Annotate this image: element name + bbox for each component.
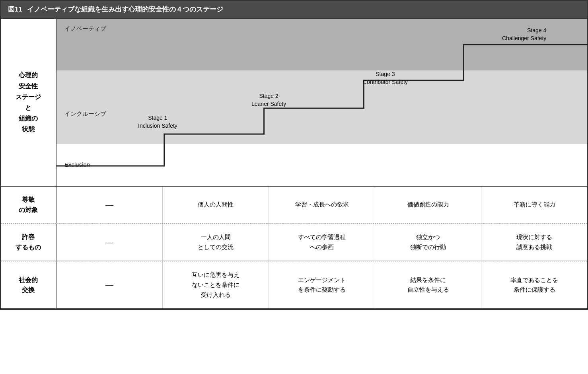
main-content: 心理的安全性ステージと組織の状態 イノベーティブ インクルーシブ Exclusi… xyxy=(1,18,587,309)
data-cell-respect-1: 個人の人間性 xyxy=(163,187,269,223)
data-cell-tolerance-3: 独立かつ独断での行動 xyxy=(375,224,481,261)
row-data-social: —互いに危害を与えないことを条件に受け入れるエンゲージメントを条件に奨励する結果… xyxy=(56,261,587,308)
data-cell-respect-0: — xyxy=(56,187,163,223)
data-cell-social-0: — xyxy=(56,261,163,308)
stair-chart: イノベーティブ インクルーシブ Exclusion Stage 1 Inclus… xyxy=(56,19,587,186)
data-cell-tolerance-4: 現状に対する誠意ある挑戦 xyxy=(481,224,587,261)
row-label-tolerance: 許容するもの xyxy=(1,224,56,261)
chart-title: イノベーティブな組織を生み出す心理的安全性の４つのステージ xyxy=(27,5,223,14)
row-label-social: 社会的交換 xyxy=(1,261,56,308)
data-cell-respect-4: 革新に導く能力 xyxy=(481,187,587,223)
chart-row: 心理的安全性ステージと組織の状態 イノベーティブ インクルーシブ Exclusi… xyxy=(1,19,587,187)
chart-area: イノベーティブ インクルーシブ Exclusion Stage 1 Inclus… xyxy=(56,19,587,186)
stage4-label: Stage 4 Challenger Safety xyxy=(502,27,546,42)
data-cell-social-4: 率直であることを条件に保護する xyxy=(481,261,587,308)
data-cell-social-1: 互いに危害を与えないことを条件に受け入れる xyxy=(163,261,269,308)
main-container: 図11 イノベーティブな組織を生み出す心理的安全性の４つのステージ 心理的安全性… xyxy=(0,0,588,310)
data-rows-container: 尊敬の対象—個人の人間性学習・成長への欲求価値創造の能力革新に導く能力許容するも… xyxy=(1,187,587,309)
data-row-tolerance: 許容するもの—一人の人間としての交流すべての学習過程への参画独立かつ独断での行動… xyxy=(1,223,587,261)
fig-number: 図11 xyxy=(8,5,22,14)
row-data-tolerance: —一人の人間としての交流すべての学習過程への参画独立かつ独断での行動現状に対する… xyxy=(56,224,587,261)
chart-left-label: 心理的安全性ステージと組織の状態 xyxy=(1,19,56,186)
stage2-label: Stage 2 Leaner Safety xyxy=(251,92,286,108)
data-row-respect: 尊敬の対象—個人の人間性学習・成長への欲求価値創造の能力革新に導く能力 xyxy=(1,187,587,223)
stair-svg xyxy=(56,19,587,186)
data-cell-tolerance-1: 一人の人間としての交流 xyxy=(163,224,269,261)
data-cell-respect-3: 価値創造の能力 xyxy=(375,187,481,223)
data-cell-tolerance-2: すべての学習過程への参画 xyxy=(269,224,375,261)
data-cell-social-2: エンゲージメントを条件に奨励する xyxy=(269,261,375,308)
chart-header: 図11 イノベーティブな組織を生み出す心理的安全性の４つのステージ xyxy=(1,1,587,18)
data-cell-respect-2: 学習・成長への欲求 xyxy=(269,187,375,223)
stage1-label: Stage 1 Inclusion Safety xyxy=(138,114,177,130)
data-row-social: 社会的交換—互いに危害を与えないことを条件に受け入れるエンゲージメントを条件に奨… xyxy=(1,261,587,309)
row-label-respect: 尊敬の対象 xyxy=(1,187,56,223)
data-cell-social-3: 結果を条件に自立性を与える xyxy=(375,261,481,308)
row-data-respect: —個人の人間性学習・成長への欲求価値創造の能力革新に導く能力 xyxy=(56,187,587,223)
data-cell-tolerance-0: — xyxy=(56,224,163,261)
stage3-label: Stage 3 Contributor Safety xyxy=(363,70,408,86)
